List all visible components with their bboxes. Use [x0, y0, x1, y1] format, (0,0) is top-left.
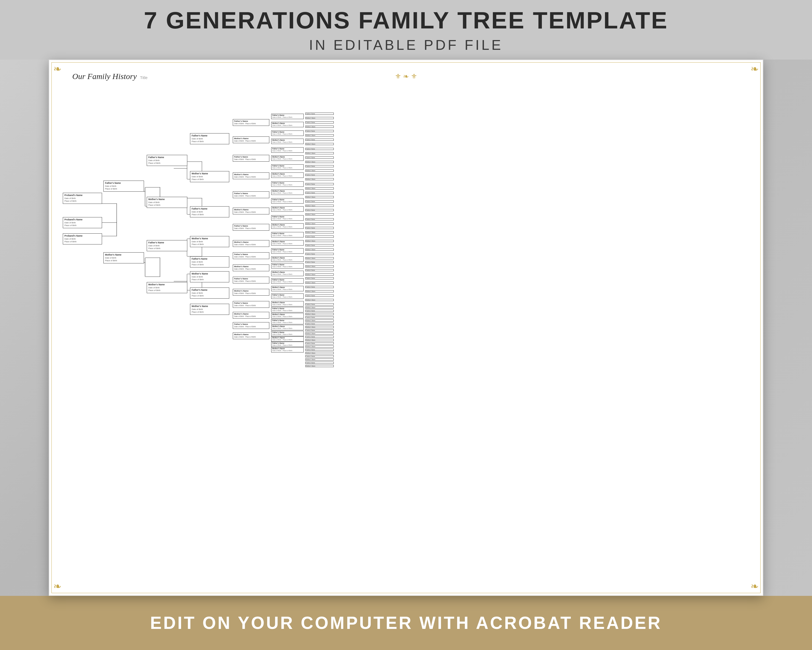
gen3-mm: Mother's Name Date of Birth Place of Bir…	[147, 282, 187, 293]
gen1-proband-3: Proband's Name Date of Birth Place of Bi…	[63, 233, 102, 244]
gen7-38: Mother's Name	[305, 273, 334, 276]
gen4-mmf: Father's Name Date of Birth Place of Bir…	[190, 287, 229, 299]
gen7-7: Father's Name	[305, 139, 334, 141]
gen5-12: Mother's NameDate of Birth · Place of Bi…	[233, 289, 269, 296]
doc-header: Our Family History Title ⚜ ❧ ⚜	[66, 66, 746, 87]
doc-subtitle: Title	[140, 75, 148, 80]
gen7-56: Mother's Name	[305, 339, 334, 341]
corner-tl-decor: ❧	[53, 64, 61, 74]
gen6-24: Mother's NameDate of Birth · Place of Bi…	[271, 301, 304, 307]
gen1-proband-1: Proband's Name Date of Birth Place of Bi…	[63, 193, 102, 204]
gen7-8: Mother's Name	[305, 143, 334, 145]
gen7-26: Mother's Name	[305, 223, 334, 225]
gen7-9: Father's Name	[305, 148, 334, 150]
gen4-mff: Father's Name Date of Birth Place of Bir…	[190, 256, 229, 267]
gen5-4: Mother's NameDate of Birth · Place of Bi…	[233, 172, 269, 179]
gen7-14: Mother's Name	[305, 169, 334, 172]
gen7-2: Mother's Name	[305, 117, 334, 119]
gen7-63: Father's Name	[305, 362, 334, 364]
gen4-mmm: Mother's Name Date of Birth Place of Bir…	[190, 304, 229, 315]
top-section: 7 GENERATIONS FAMILY TREE TEMPLATE IN ED…	[0, 0, 812, 60]
gen4-fmm: Mother's Name Date of Birth Place of Bir…	[190, 236, 229, 247]
gen6-7: Father's NameDate of Birth · Place of Bi…	[271, 164, 304, 170]
gen7-29: Father's Name	[305, 235, 334, 238]
gen6-5: Father's NameDate of Birth · Place of Bi…	[271, 147, 304, 153]
gen7-18: Mother's Name	[305, 187, 334, 189]
gen7-31: Father's Name	[305, 244, 334, 246]
gen7-43: Father's Name	[305, 294, 334, 297]
gen7-22: Mother's Name	[305, 204, 334, 207]
gen7-24: Mother's Name	[305, 213, 334, 215]
gen4-mfm: Mother's Name Date of Birth Place of Bir…	[190, 271, 229, 282]
gen6-8: Mother's NameDate of Birth · Place of Bi…	[271, 172, 304, 178]
gen6-9: Father's NameDate of Birth · Place of Bi…	[271, 182, 304, 187]
gen7-4: Mother's Name	[305, 126, 334, 128]
gen7-27: Father's Name	[305, 227, 334, 229]
gen5-10: Mother's NameDate of Birth · Place of Bi…	[233, 264, 269, 271]
gen2-mother: Mother's Name Date of Birth Place of Bir…	[104, 252, 144, 263]
gen7-34: Mother's Name	[305, 257, 334, 259]
gen5-3: Father's NameDate of Birth · Place of Bi…	[233, 155, 269, 162]
gen7-16: Mother's Name	[305, 178, 334, 180]
gen7-5: Father's Name	[305, 130, 334, 132]
gen7-44: Mother's Name	[305, 299, 334, 301]
bottom-text: EDIT ON YOUR COMPUTER WITH ACROBAT READE…	[150, 613, 662, 633]
gen6-22: Mother's NameDate of Birth · Place of Bi…	[271, 286, 304, 291]
corner-tr-decor: ❧	[751, 64, 759, 74]
gen7-35: Father's Name	[305, 261, 334, 263]
gen7-17: Father's Name	[305, 183, 334, 185]
gen7-10: Mother's Name	[305, 152, 334, 154]
gen7-51: Father's Name	[305, 323, 334, 325]
gen5-5: Father's NameDate of Birth · Place of Bi…	[233, 191, 269, 198]
gen5-8: Mother's NameDate of Birth · Place of Bi…	[233, 240, 269, 247]
gen5-7: Father's NameDate of Birth · Place of Bi…	[233, 224, 269, 230]
gen6-17: Father's NameDate of Birth · Place of Bi…	[271, 248, 304, 254]
gen5-16: Mother's NameDate of Birth · Place of Bi…	[233, 333, 269, 339]
gen4-fff: Father's Name Date of Birth Place of Bir…	[190, 133, 229, 144]
gen6-15: Father's NameDate of Birth · Place of Bi…	[271, 232, 304, 237]
gen6-31: Father's NameDate of Birth · Place of Bi…	[271, 342, 304, 347]
gen5-2: Mother's NameDate of Birth · Place of Bi…	[233, 136, 269, 143]
gen7-3: Father's Name	[305, 121, 334, 124]
main-title: 7 GENERATIONS FAMILY TREE TEMPLATE	[144, 6, 668, 34]
gen7-60: Mother's Name	[305, 352, 334, 354]
gen5-6: Mother's NameDate of Birth · Place of Bi…	[233, 208, 269, 214]
gen6-11: Father's NameDate of Birth · Place of Bi…	[271, 198, 304, 204]
gen6-18: Mother's NameDate of Birth · Place of Bi…	[271, 256, 304, 262]
gen3-ff: Father's Name Date of Birth Place of Bir…	[147, 155, 187, 166]
gen6-30: Mother's NameDate of Birth · Place of Bi…	[271, 336, 304, 342]
gen7-32: Mother's Name	[305, 249, 334, 251]
gen7-19: Father's Name	[305, 192, 334, 194]
gen4-ffm: Mother's Name Date of Birth Place of Bir…	[190, 171, 229, 182]
gen7-21: Father's Name	[305, 200, 334, 203]
gen7-13: Father's Name	[305, 165, 334, 167]
gen7-39: Father's Name	[305, 277, 334, 279]
gen7-54: Mother's Name	[305, 333, 334, 335]
tree-area: Proband's Name Date of Birth Place of Bi…	[55, 84, 757, 584]
gen6-20: Mother's NameDate of Birth · Place of Bi…	[271, 271, 304, 276]
gen7-20: Mother's Name	[305, 196, 334, 198]
gen6-29: Father's NameDate of Birth · Place of Bi…	[271, 331, 304, 336]
gen7-11: Father's Name	[305, 157, 334, 159]
gen6-13: Father's NameDate of Birth · Place of Bi…	[271, 215, 304, 221]
gen7-49: Father's Name	[305, 316, 334, 318]
gen5-14: Mother's NameDate of Birth · Place of Bi…	[233, 312, 269, 319]
gen7-28: Mother's Name	[305, 231, 334, 233]
gen6-2: Mother's NameDate of Birth · Place of Bi…	[271, 122, 304, 127]
center-ornament: ⚜ ❧ ⚜	[395, 72, 417, 81]
gen6-23: Father's NameDate of Birth · Place of Bi…	[271, 293, 304, 299]
gen7-23: Father's Name	[305, 209, 334, 211]
gen5-1: Father's NameDate of Birth · Place of Bi…	[233, 119, 269, 126]
gen1-proband-2: Proband's Name Date of Birth Place of Bi…	[63, 217, 102, 228]
gen5-9: Father's NameDate of Birth · Place of Bi…	[233, 252, 269, 259]
gen6-19: Father's NameDate of Birth · Place of Bi…	[271, 263, 304, 269]
gen7-50: Mother's Name	[305, 319, 334, 322]
gen7-30: Mother's Name	[305, 240, 334, 242]
gen6-16: Mother's NameDate of Birth · Place of Bi…	[271, 240, 304, 246]
gen7-59: Father's Name	[305, 349, 334, 351]
gen7-48: Mother's Name	[305, 313, 334, 315]
gen7-33: Father's Name	[305, 253, 334, 255]
gen7-46: Mother's Name	[305, 307, 334, 309]
gen5-11: Father's NameDate of Birth · Place of Bi…	[233, 277, 269, 284]
gen5-15: Father's NameDate of Birth · Place of Bi…	[233, 322, 269, 329]
